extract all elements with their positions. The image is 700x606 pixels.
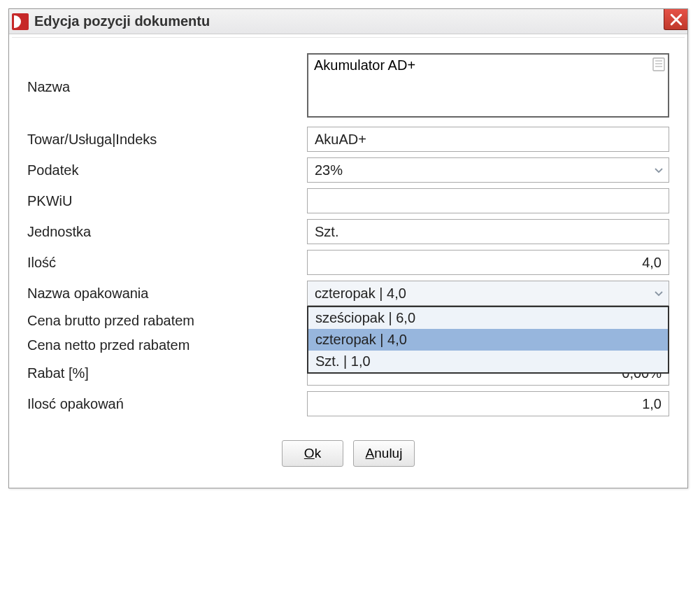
svg-rect-0 <box>653 58 664 71</box>
label-rabat: Rabat [%] <box>27 364 307 383</box>
ok-button[interactable]: Ok <box>282 440 343 467</box>
form-content: Nazwa Towar/Usługa|Indeks Podatek 23% <box>12 37 685 485</box>
dropdown-option[interactable]: sześciopak | 6,0 <box>308 307 668 329</box>
field-nazwa-wrap <box>307 53 669 121</box>
nazwa-opakowania-select[interactable]: czteropak | 4,0 <box>307 281 669 306</box>
titlebar: Edycja pozycji dokumentu <box>9 9 687 34</box>
close-button[interactable] <box>664 9 687 30</box>
window-title: Edycja pozycji dokumentu <box>34 13 210 29</box>
label-nazwa-opakowania: Nazwa opakowania <box>27 284 307 303</box>
label-pkwiu: PKWiU <box>27 192 307 211</box>
cancel-rest: nuluj <box>374 446 402 460</box>
dropdown-option[interactable]: czteropak | 4,0 <box>308 329 668 351</box>
chevron-down-icon <box>653 288 664 299</box>
label-cena-brutto: Cena brutto przed rabatem <box>27 311 307 330</box>
app-icon <box>12 13 29 30</box>
cancel-button[interactable]: Anuluj <box>353 440 415 467</box>
note-icon <box>652 57 665 71</box>
chevron-down-icon <box>653 164 664 176</box>
label-cena-netto: Cena netto przed rabatem <box>27 336 307 355</box>
nazwa-opakowania-dropdown: sześciopak | 6,0 czteropak | 4,0 Szt. | … <box>307 306 669 374</box>
cancel-accel: A <box>366 446 375 460</box>
label-towar-indeks: Towar/Usługa|Indeks <box>27 130 307 149</box>
podatek-value: 23% <box>315 162 343 178</box>
label-nazwa: Nazwa <box>27 78 307 97</box>
nazwa-opakowania-wrap: czteropak | 4,0 sześciopak | 6,0 czterop… <box>307 281 669 306</box>
towar-indeks-input[interactable] <box>307 127 669 152</box>
jednostka-input[interactable] <box>307 219 669 244</box>
label-ilosc: Ilość <box>27 253 307 272</box>
dialog-buttons: Ok Anuluj <box>27 416 669 477</box>
dropdown-option[interactable]: Szt. | 1,0 <box>308 351 668 372</box>
nazwa-input[interactable] <box>307 53 669 118</box>
ilosc-opakowan-input[interactable] <box>307 391 669 416</box>
nazwa-opakowania-value: czteropak | 4,0 <box>315 286 406 302</box>
ok-accel: O <box>304 446 315 460</box>
podatek-select[interactable]: 23% <box>307 157 669 183</box>
close-icon <box>670 13 683 26</box>
label-ilosc-opakowan: Ilosć opakowań <box>27 395 307 414</box>
ilosc-input[interactable] <box>307 250 669 275</box>
pkwiu-input[interactable] <box>307 188 669 213</box>
label-jednostka: Jednostka <box>27 223 307 241</box>
label-podatek: Podatek <box>27 161 307 180</box>
dialog-edit-document-item: Edycja pozycji dokumentu Nazwa Towar/Usł… <box>8 8 688 488</box>
ok-rest: k <box>315 446 322 460</box>
